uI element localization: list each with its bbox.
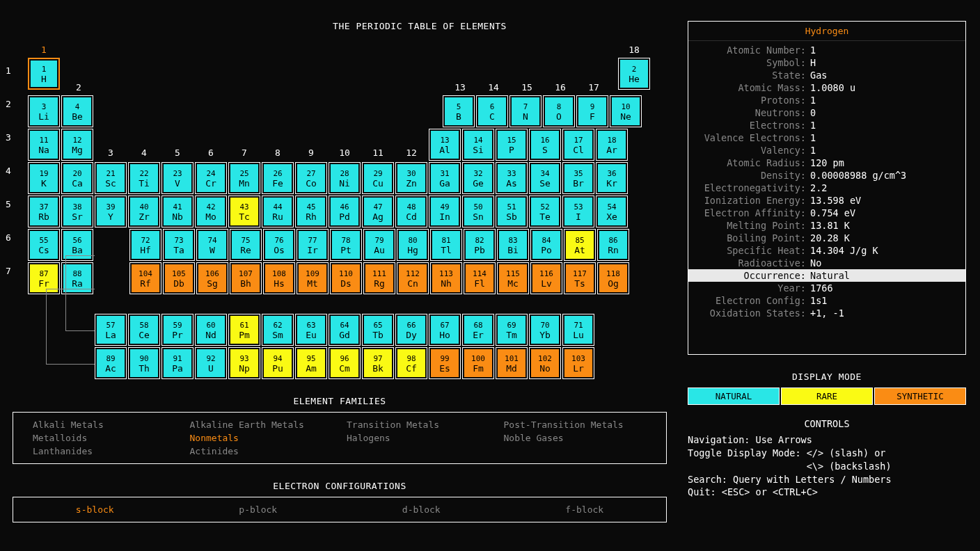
block-item[interactable]: p-block [239, 504, 277, 515]
element-Sm[interactable]: 62Sm [262, 314, 294, 346]
element-K[interactable]: 19K [28, 162, 60, 194]
block-item[interactable]: f-block [565, 504, 603, 515]
element-Eu[interactable]: 63Eu [295, 314, 327, 346]
element-Md[interactable]: 101Md [496, 347, 528, 379]
element-Si[interactable]: 14Si [462, 129, 494, 161]
element-Np[interactable]: 93Np [228, 347, 260, 379]
element-Fl[interactable]: 114Fl [464, 262, 496, 294]
element-P[interactable]: 15P [496, 129, 528, 161]
element-Sb[interactable]: 51Sb [496, 195, 528, 227]
element-Re[interactable]: 75Re [230, 229, 262, 261]
block-item[interactable]: d-block [402, 504, 441, 515]
element-Br[interactable]: 35Br [562, 162, 594, 194]
element-Mc[interactable]: 115Mc [497, 262, 529, 294]
element-Ne[interactable]: 10Ne [610, 95, 642, 127]
family-item[interactable]: Actinides [190, 446, 333, 456]
element-Ca[interactable]: 20Ca [61, 162, 93, 194]
element-W[interactable]: 74W [196, 229, 228, 261]
element-Gd[interactable]: 64Gd [329, 314, 361, 346]
element-Nh[interactable]: 113Nh [430, 262, 462, 294]
element-As[interactable]: 33As [496, 162, 528, 194]
element-Fe[interactable]: 26Fe [262, 162, 294, 194]
element-Te[interactable]: 52Te [529, 195, 561, 227]
element-Ta[interactable]: 73Ta [163, 229, 195, 261]
family-item[interactable]: Post-Transition Metals [504, 420, 647, 430]
element-Dy[interactable]: 66Dy [395, 314, 427, 346]
family-item[interactable]: Alkali Metals [33, 420, 176, 430]
element-Ir[interactable]: 77Ir [297, 229, 329, 261]
element-V[interactable]: 23V [161, 162, 193, 194]
element-Sn[interactable]: 50Sn [462, 195, 494, 227]
family-item[interactable]: Lanthanides [33, 446, 176, 456]
mode-rare[interactable]: RARE [781, 388, 873, 405]
family-item[interactable]: Halogens [347, 433, 490, 443]
element-Tb[interactable]: 65Tb [362, 314, 394, 346]
element-Sr[interactable]: 38Sr [61, 195, 93, 227]
element-Ge[interactable]: 32Ge [462, 162, 494, 194]
element-B[interactable]: 5B [443, 95, 475, 127]
element-Nb[interactable]: 41Nb [161, 195, 193, 227]
element-Zr[interactable]: 40Zr [128, 195, 160, 227]
element-Fr[interactable]: 87Fr [28, 262, 60, 294]
family-item[interactable]: Transition Metals [347, 420, 490, 430]
block-item[interactable]: s-block [76, 504, 114, 515]
element-La[interactable]: 57La [95, 314, 127, 346]
element-Cf[interactable]: 98Cf [395, 347, 427, 379]
element-S[interactable]: 16S [529, 129, 561, 161]
element-Db[interactable]: 105Db [163, 262, 195, 294]
element-Cu[interactable]: 29Cu [362, 162, 394, 194]
element-Fm[interactable]: 100Fm [462, 347, 494, 379]
element-Mg[interactable]: 12Mg [61, 129, 93, 161]
element-Mo[interactable]: 42Mo [195, 195, 227, 227]
element-Rg[interactable]: 111Rg [363, 262, 395, 294]
element-Ga[interactable]: 31Ga [429, 162, 461, 194]
element-Yb[interactable]: 70Yb [529, 314, 561, 346]
element-Al[interactable]: 13Al [429, 129, 461, 161]
mode-synthetic[interactable]: SYNTHETIC [874, 388, 966, 405]
element-No[interactable]: 102No [529, 347, 561, 379]
element-Rh[interactable]: 45Rh [295, 195, 327, 227]
element-Rf[interactable]: 104Rf [129, 262, 161, 294]
element-Pa[interactable]: 91Pa [161, 347, 193, 379]
element-In[interactable]: 49In [429, 195, 461, 227]
element-Ar[interactable]: 18Ar [596, 129, 628, 161]
element-Se[interactable]: 34Se [529, 162, 561, 194]
element-Xe[interactable]: 54Xe [596, 195, 628, 227]
element-Bi[interactable]: 83Bi [497, 229, 529, 261]
element-F[interactable]: 9F [576, 95, 608, 127]
element-Cs[interactable]: 55Cs [28, 229, 60, 261]
element-Sc[interactable]: 21Sc [95, 162, 127, 194]
element-Mt[interactable]: 109Mt [297, 262, 329, 294]
element-Be[interactable]: 4Be [61, 95, 93, 127]
element-Ds[interactable]: 110Ds [330, 262, 362, 294]
element-Ac[interactable]: 89Ac [95, 347, 127, 379]
element-Ru[interactable]: 44Ru [262, 195, 294, 227]
mode-natural[interactable]: NATURAL [688, 388, 780, 405]
element-Er[interactable]: 68Er [462, 314, 494, 346]
element-I[interactable]: 53I [562, 195, 594, 227]
element-Sg[interactable]: 106Sg [196, 262, 228, 294]
element-Th[interactable]: 90Th [128, 347, 160, 379]
element-Cd[interactable]: 48Cd [395, 195, 427, 227]
element-Rn[interactable]: 86Rn [597, 229, 629, 261]
element-Tc[interactable]: 43Tc [228, 195, 260, 227]
element-Hf[interactable]: 72Hf [129, 229, 161, 261]
element-Ho[interactable]: 67Ho [429, 314, 461, 346]
element-Lu[interactable]: 71Lu [562, 314, 594, 346]
element-He[interactable]: 2He [618, 58, 650, 90]
element-Tm[interactable]: 69Tm [496, 314, 528, 346]
element-Lr[interactable]: 103Lr [562, 347, 594, 379]
family-item[interactable]: Nonmetals [190, 433, 333, 443]
element-Cr[interactable]: 24Cr [195, 162, 227, 194]
element-Ag[interactable]: 47Ag [362, 195, 394, 227]
element-Cn[interactable]: 112Cn [397, 262, 429, 294]
family-item[interactable]: Metalloids [33, 433, 176, 443]
element-Co[interactable]: 27Co [295, 162, 327, 194]
element-C[interactable]: 6C [476, 95, 508, 127]
element-Pm[interactable]: 61Pm [228, 314, 260, 346]
element-Li[interactable]: 3Li [28, 95, 60, 127]
element-O[interactable]: 8O [543, 95, 575, 127]
element-U[interactable]: 92U [195, 347, 227, 379]
element-Po[interactable]: 84Po [530, 229, 562, 261]
element-Tl[interactable]: 81Tl [430, 229, 462, 261]
